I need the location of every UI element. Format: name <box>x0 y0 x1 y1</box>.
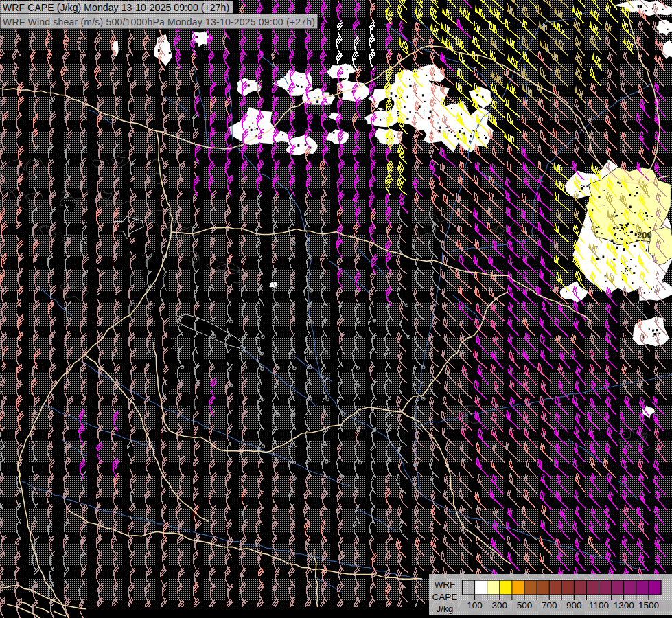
svg-text:WRF Wind shear (m/s) 500/1000h: WRF Wind shear (m/s) 500/1000hPa Monday … <box>3 16 315 27</box>
svg-text:WRF CAPE (J/kg) Monday 13-10-2: WRF CAPE (J/kg) Monday 13-10-2025 09:00 … <box>3 2 229 13</box>
svg-text:1500: 1500 <box>638 600 659 610</box>
svg-text:500: 500 <box>517 600 533 610</box>
svg-text:WRF: WRF <box>435 580 456 590</box>
svg-text:J/kg: J/kg <box>437 604 454 614</box>
svg-text:1100: 1100 <box>589 600 609 610</box>
svg-text:900: 900 <box>566 600 582 610</box>
svg-text:300: 300 <box>492 600 508 610</box>
svg-text:200: 200 <box>637 230 652 240</box>
svg-text:100: 100 <box>467 600 483 610</box>
svg-text:CAPE: CAPE <box>432 592 458 602</box>
svg-text:700: 700 <box>542 600 557 610</box>
svg-text:1300: 1300 <box>614 600 634 610</box>
